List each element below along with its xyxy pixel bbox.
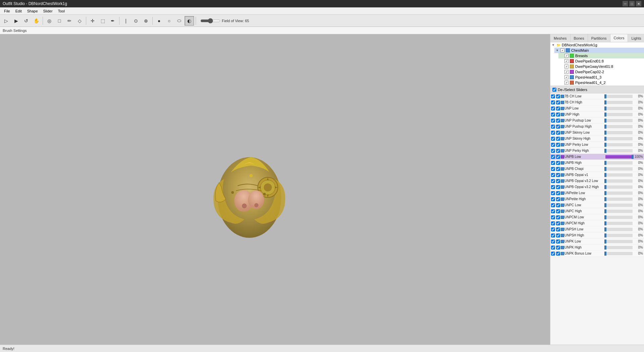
- tab-bones[interactable]: Bones: [571, 34, 588, 42]
- slider-thumb-10[interactable]: [632, 155, 634, 159]
- slider-cb2-12[interactable]: [556, 167, 560, 171]
- slider-thumb-23[interactable]: [604, 233, 606, 237]
- tab-lights[interactable]: Lights: [628, 34, 644, 42]
- tool-rotate[interactable]: ↺: [21, 16, 31, 26]
- slider-cb-20[interactable]: [551, 215, 555, 219]
- slider-track-24[interactable]: [605, 240, 633, 243]
- slider-cb2-0[interactable]: [556, 94, 560, 98]
- slider-cb-6[interactable]: [551, 131, 555, 135]
- tab-meshes[interactable]: Meshes: [550, 34, 571, 42]
- slider-cb-1[interactable]: [551, 100, 555, 104]
- slider-track-18[interactable]: [605, 204, 633, 207]
- slider-cb2-25[interactable]: [556, 246, 560, 250]
- tool-pointer[interactable]: ▷: [1, 16, 11, 26]
- slider-cb-25[interactable]: [551, 246, 555, 250]
- slider-cb-19[interactable]: [551, 209, 555, 213]
- slider-track-26[interactable]: [605, 252, 633, 255]
- slider-cb2-22[interactable]: [556, 227, 560, 231]
- tool-circle[interactable]: ◎: [45, 16, 54, 26]
- slider-thumb-16[interactable]: [604, 191, 606, 195]
- tool-select-rect[interactable]: ⬚: [98, 16, 107, 26]
- slider-track-11[interactable]: [605, 161, 633, 165]
- slider-track-13[interactable]: [605, 173, 633, 177]
- slider-track-22[interactable]: [605, 228, 633, 231]
- slider-cb2-24[interactable]: [556, 239, 560, 244]
- slider-thumb-17[interactable]: [604, 197, 606, 201]
- breasts-cb[interactable]: ✓: [564, 54, 568, 58]
- slider-track-25[interactable]: [605, 246, 633, 249]
- slider-track-2[interactable]: [605, 107, 633, 110]
- slider-thumb-19[interactable]: [604, 209, 606, 213]
- slider-track-12[interactable]: [605, 167, 633, 171]
- slider-cb-21[interactable]: [551, 221, 555, 225]
- tool-circle-outline[interactable]: ○: [164, 16, 174, 26]
- viewport[interactable]: [0, 34, 550, 345]
- slider-cb2-4[interactable]: [556, 119, 560, 123]
- dwepipeend-cb[interactable]: ✓: [564, 59, 568, 63]
- tool-sphere-solid[interactable]: ●: [154, 16, 164, 26]
- menu-shape[interactable]: Shape: [24, 8, 41, 14]
- slider-cb-24[interactable]: [551, 239, 555, 244]
- tree-dwepipeend[interactable]: ✓ DwePipeEnd01:8: [558, 58, 644, 64]
- tool-brush-point[interactable]: ⊙: [131, 16, 141, 26]
- slider-track-6[interactable]: [605, 131, 633, 134]
- sliders-panel[interactable]: De-/Select Sliders 7B CH Low 0% 7B CH Hi…: [550, 86, 644, 345]
- slider-track-7[interactable]: [605, 137, 633, 140]
- slider-cb2-16[interactable]: [556, 191, 560, 195]
- slider-cb-26[interactable]: [551, 252, 555, 256]
- slider-track-9[interactable]: [605, 149, 633, 152]
- slider-cb-14[interactable]: [551, 179, 555, 183]
- slider-cb2-13[interactable]: [556, 173, 560, 177]
- slider-cb-18[interactable]: [551, 203, 555, 207]
- slider-cb-11[interactable]: [551, 161, 555, 165]
- slider-cb-4[interactable]: [551, 119, 555, 123]
- slider-track-20[interactable]: [605, 216, 633, 219]
- slider-cb-2[interactable]: [551, 106, 555, 111]
- slider-cb2-7[interactable]: [556, 137, 560, 141]
- tree-breasts[interactable]: ✓ Breasts: [558, 53, 644, 58]
- slider-cb-9[interactable]: [551, 149, 555, 153]
- slider-thumb-1[interactable]: [604, 100, 606, 104]
- slider-cb-17[interactable]: [551, 197, 555, 201]
- slider-cb2-17[interactable]: [556, 197, 560, 201]
- dwepipecap-cb[interactable]: ✓: [564, 70, 568, 74]
- slider-cb2-21[interactable]: [556, 221, 560, 225]
- slider-cb2-2[interactable]: [556, 106, 560, 111]
- slider-track-21[interactable]: [605, 222, 633, 225]
- slider-cb2-26[interactable]: [556, 252, 560, 256]
- slider-cb2-19[interactable]: [556, 209, 560, 213]
- tool-pan[interactable]: ✋: [32, 16, 41, 26]
- slider-thumb-4[interactable]: [604, 119, 606, 123]
- tool-brush-inflate[interactable]: ⊕: [141, 16, 151, 26]
- slider-cb2-20[interactable]: [556, 215, 560, 219]
- tool-pen[interactable]: ✒: [108, 16, 117, 26]
- menu-tool[interactable]: Tool: [55, 8, 67, 14]
- slider-track-10[interactable]: [605, 155, 633, 159]
- chestmain-cb[interactable]: ✓: [560, 48, 564, 52]
- slider-cb-7[interactable]: [551, 137, 555, 141]
- slider-cb2-23[interactable]: [556, 233, 560, 237]
- pipeshead3-cb[interactable]: ✓: [564, 75, 568, 79]
- mesh-tree[interactable]: ▼ 📁 DBNordChestWork1g ▼ ✓ ChestMain ✓ Br…: [550, 42, 644, 86]
- slider-cb-15[interactable]: [551, 185, 555, 189]
- slider-cb2-8[interactable]: [556, 143, 560, 147]
- pipeshead42-cb[interactable]: ✓: [564, 81, 568, 85]
- slider-thumb-11[interactable]: [604, 161, 606, 165]
- slider-cb2-3[interactable]: [556, 113, 560, 117]
- slider-cb2-1[interactable]: [556, 100, 560, 104]
- tab-partitions[interactable]: Partitions: [588, 34, 610, 42]
- tree-dwepipecap[interactable]: ✓ DwePipeCap02-2: [558, 69, 644, 75]
- menu-slider[interactable]: Slider: [41, 8, 55, 14]
- slider-track-5[interactable]: [605, 125, 633, 128]
- deselect-all-cb[interactable]: [552, 88, 556, 92]
- slider-thumb-12[interactable]: [604, 167, 606, 171]
- slider-track-23[interactable]: [605, 234, 633, 237]
- slider-cb2-6[interactable]: [556, 131, 560, 135]
- slider-thumb-6[interactable]: [604, 131, 606, 135]
- slider-cb-8[interactable]: [551, 143, 555, 147]
- slider-track-4[interactable]: [605, 119, 633, 122]
- slider-cb-12[interactable]: [551, 167, 555, 171]
- slider-cb2-18[interactable]: [556, 203, 560, 207]
- tool-brush-stroke[interactable]: |: [121, 16, 131, 26]
- slider-thumb-20[interactable]: [604, 215, 606, 219]
